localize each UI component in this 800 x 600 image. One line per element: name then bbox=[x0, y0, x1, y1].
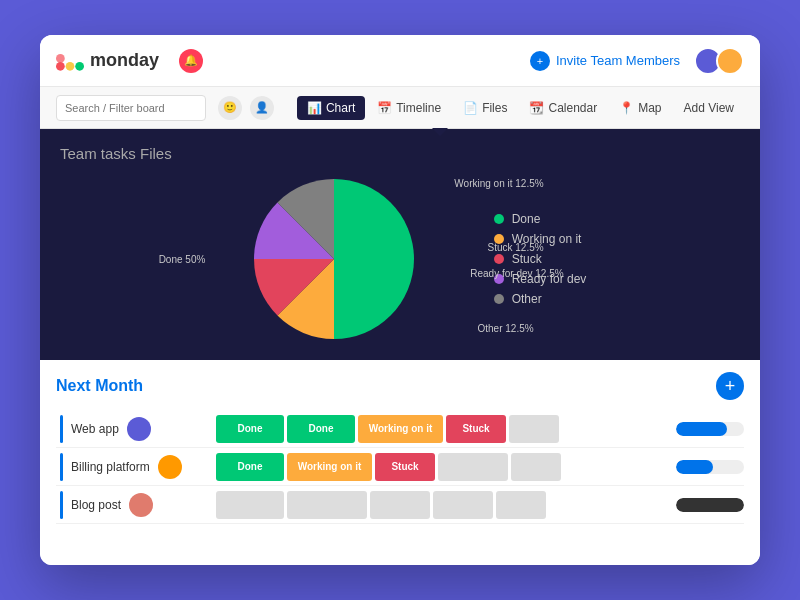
task-progress bbox=[676, 422, 744, 436]
status-cell-done[interactable]: Done bbox=[216, 415, 284, 443]
tab-calendar[interactable]: 📆 Calendar bbox=[519, 96, 607, 120]
progress-bar bbox=[676, 498, 744, 512]
section-title: Team tasks Files bbox=[60, 145, 740, 162]
status-cell-empty4[interactable] bbox=[433, 491, 493, 519]
app-window: monday 🔔 + Invite Team Members 🙂 👤 📊 bbox=[40, 35, 760, 565]
status-cell-empty2[interactable] bbox=[287, 491, 367, 519]
task-indicator bbox=[60, 491, 63, 519]
table-row: Billing platform Done Working on it Stuc… bbox=[56, 448, 744, 486]
status-cell-empty5[interactable] bbox=[496, 491, 546, 519]
chart-section: Team tasks Files Done 50% Working on it … bbox=[40, 129, 760, 360]
task-name-col: Billing platform bbox=[56, 453, 216, 481]
avatar-group bbox=[694, 47, 744, 75]
logo-text: monday bbox=[90, 50, 159, 71]
person-icon-btn[interactable]: 👤 bbox=[250, 96, 274, 120]
progress-bar bbox=[676, 422, 744, 436]
legend-item-stuck: Stuck bbox=[494, 252, 587, 266]
legend-dot-other bbox=[494, 294, 504, 304]
smiley-icon-btn[interactable]: 🙂 bbox=[218, 96, 242, 120]
status-cell-empty2[interactable] bbox=[511, 453, 561, 481]
task-cells: Done Done Working on it Stuck bbox=[216, 415, 668, 443]
pie-label-other: Other 12.5% bbox=[477, 323, 533, 334]
timeline-icon: 📅 bbox=[377, 101, 392, 115]
svg-point-0 bbox=[56, 61, 65, 70]
task-cells: Done Working on it Stuck bbox=[216, 453, 668, 481]
invite-team-button[interactable]: + Invite Team Members bbox=[530, 51, 680, 71]
notification-bell[interactable]: 🔔 bbox=[179, 49, 203, 73]
avatar bbox=[127, 417, 151, 441]
tab-map[interactable]: 📍 Map bbox=[609, 96, 671, 120]
legend-dot-done bbox=[494, 214, 504, 224]
map-icon: 📍 bbox=[619, 101, 634, 115]
chart-container: Done 50% Working on it 12.5% Stuck 12.5%… bbox=[60, 174, 740, 344]
chart-legend: Done Working on it Stuck Ready for dev bbox=[494, 212, 587, 306]
status-cell-done[interactable]: Done bbox=[216, 453, 284, 481]
logo: monday bbox=[56, 50, 159, 72]
pie-label-done: Done 50% bbox=[159, 254, 206, 265]
table-row: Web app Done Done Working on it Stuck bbox=[56, 410, 744, 448]
task-progress bbox=[676, 460, 744, 474]
status-cell-stuck[interactable]: Stuck bbox=[375, 453, 435, 481]
tab-add-view[interactable]: Add View bbox=[674, 96, 744, 120]
table-header: Next Month + bbox=[56, 372, 744, 400]
pie-label-ready: Ready for dev 12.5% bbox=[470, 268, 563, 279]
status-cell-stuck[interactable]: Stuck bbox=[446, 415, 506, 443]
status-cell-empty3[interactable] bbox=[370, 491, 430, 519]
legend-item-other: Other bbox=[494, 292, 587, 306]
logo-icon bbox=[56, 50, 84, 72]
nav-tab-arrow bbox=[432, 128, 448, 136]
task-indicator bbox=[60, 415, 63, 443]
task-name-col: Blog post bbox=[56, 491, 216, 519]
invite-icon: + bbox=[530, 51, 550, 71]
legend-item-done: Done bbox=[494, 212, 587, 226]
tab-chart[interactable]: 📊 Chart bbox=[297, 96, 365, 120]
status-cell-working[interactable]: Working on it bbox=[358, 415, 443, 443]
legend-dot-stuck bbox=[494, 254, 504, 264]
progress-bar bbox=[676, 460, 744, 474]
avatar bbox=[129, 493, 153, 517]
header-right: + Invite Team Members bbox=[530, 47, 744, 75]
tab-files[interactable]: 📄 Files bbox=[453, 96, 517, 120]
pie-label-stuck: Stuck 12.5% bbox=[487, 242, 543, 253]
calendar-icon: 📆 bbox=[529, 101, 544, 115]
table-title: Next Month bbox=[56, 377, 143, 395]
nav-tabs: 📊 Chart 📅 Timeline 📄 Files 📆 Calendar 📍 … bbox=[297, 96, 744, 120]
task-name-col: Web app bbox=[56, 415, 216, 443]
task-indicator bbox=[60, 453, 63, 481]
avatar bbox=[158, 455, 182, 479]
progress-fill bbox=[676, 460, 713, 474]
nav-icons: 🙂 👤 bbox=[218, 96, 274, 120]
pie-label-working: Working on it 12.5% bbox=[454, 178, 543, 189]
status-cell-done2[interactable]: Done bbox=[287, 415, 355, 443]
progress-fill bbox=[676, 422, 727, 436]
table-section: Next Month + Web app Done Done Working o… bbox=[40, 360, 760, 565]
files-icon: 📄 bbox=[463, 101, 478, 115]
status-cell-working[interactable]: Working on it bbox=[287, 453, 372, 481]
add-row-button[interactable]: + bbox=[716, 372, 744, 400]
table-row: Blog post bbox=[56, 486, 744, 524]
pie-chart-wrapper: Done 50% Working on it 12.5% Stuck 12.5%… bbox=[214, 174, 454, 344]
tab-timeline[interactable]: 📅 Timeline bbox=[367, 96, 451, 120]
header: monday 🔔 + Invite Team Members bbox=[40, 35, 760, 87]
status-cell-empty[interactable] bbox=[216, 491, 284, 519]
svg-point-2 bbox=[75, 61, 84, 70]
avatar-2 bbox=[716, 47, 744, 75]
svg-point-1 bbox=[66, 61, 75, 70]
task-progress bbox=[676, 498, 744, 512]
status-cell-empty[interactable] bbox=[438, 453, 508, 481]
pie-chart-svg bbox=[254, 179, 414, 339]
status-cell-empty[interactable] bbox=[509, 415, 559, 443]
task-cells bbox=[216, 491, 668, 519]
chart-icon: 📊 bbox=[307, 101, 322, 115]
content: Team tasks Files Done 50% Working on it … bbox=[40, 129, 760, 565]
progress-fill bbox=[676, 498, 744, 512]
svg-rect-3 bbox=[56, 54, 65, 63]
navbar: 🙂 👤 📊 Chart 📅 Timeline 📄 Files 📆 Calenda… bbox=[40, 87, 760, 129]
search-input[interactable] bbox=[56, 95, 206, 121]
